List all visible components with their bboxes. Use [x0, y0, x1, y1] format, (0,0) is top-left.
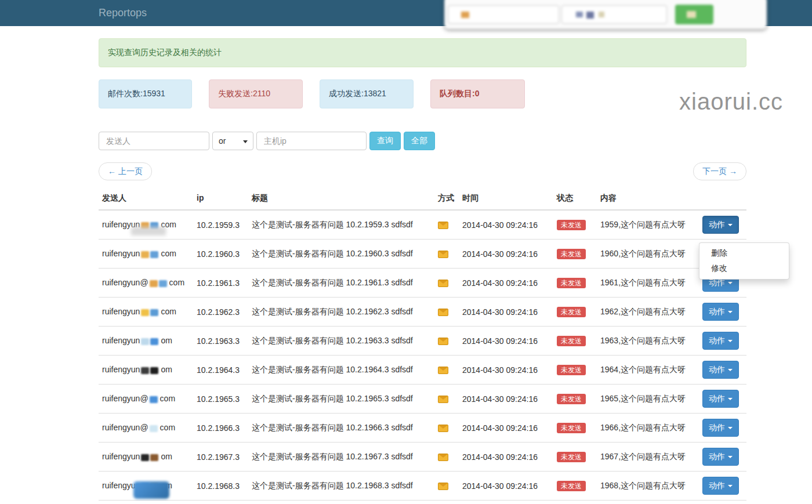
sender-suffix: com	[160, 423, 175, 432]
censor-patches	[141, 365, 160, 375]
blurred-screenshot-overlay	[444, 0, 767, 29]
success-alert: 实现查询历史记录及相关的统计	[99, 38, 746, 67]
status-cell: 未发送	[553, 249, 597, 259]
caret-icon	[728, 224, 733, 226]
table-row: ruifengyun@com 10.2.1965.3 这个是测试-服务器有问题 …	[99, 385, 746, 414]
time-cell: 2014-04-30 09:24:16	[459, 452, 553, 462]
blurred-thumbnail	[586, 12, 594, 19]
method-cell	[434, 336, 459, 346]
content-cell: 1964,这个问题有点大呀	[597, 365, 699, 375]
content-cell: 1961,这个问题有点大呀	[597, 278, 699, 288]
ip-cell: 10.2.1963.3	[193, 336, 248, 346]
action-button[interactable]: 动作	[702, 448, 739, 466]
action-button-label: 动作	[709, 481, 725, 491]
table-header: 发送人 ip 标题 方式 时间 状态 内容	[99, 188, 746, 211]
action-cell: 动作	[699, 419, 746, 437]
header-status: 状态	[553, 193, 597, 204]
action-button[interactable]: 动作	[702, 361, 739, 379]
method-cell	[434, 423, 459, 433]
sender-cell: ruifengyunom	[99, 452, 193, 462]
brand-logo[interactable]: Reportops	[99, 0, 147, 26]
sender-cell: ruifengyunom	[99, 336, 193, 346]
status-badge: 未发送	[557, 481, 586, 491]
censored-text	[150, 367, 158, 374]
action-cell: 动作	[699, 332, 746, 350]
time-cell: 2014-04-30 09:24:16	[459, 278, 553, 288]
method-cell	[434, 278, 459, 288]
status-badge: 未发送	[557, 249, 586, 259]
censor-patches	[150, 278, 168, 288]
method-cell	[434, 307, 459, 317]
caret-icon	[728, 456, 733, 458]
table-row: ruifengyuncom 10.2.1960.3 这个是测试-服务器有问题 1…	[99, 240, 746, 269]
table-row: ruifengyuncom 10.2.1962.3 这个是测试-服务器有问题 1…	[99, 298, 746, 327]
caret-icon	[728, 369, 733, 371]
censor-blob	[133, 481, 169, 499]
stat-failed-count: 失败发送:2110	[209, 79, 303, 108]
action-button[interactable]: 动作	[702, 332, 739, 350]
sender-prefix: ruifengyun	[102, 336, 140, 345]
title-cell: 这个是测试-服务器有问题 10.2.1959.3 sdfsdf	[248, 220, 434, 230]
action-cell: 动作	[699, 477, 746, 495]
censored-text	[159, 280, 167, 287]
censored-text	[141, 367, 149, 374]
content-cell: 1963,这个问题有点大呀	[597, 336, 699, 346]
status-cell: 未发送	[553, 423, 597, 433]
action-button[interactable]: 动作	[702, 419, 739, 437]
title-cell: 这个是测试-服务器有问题 10.2.1960.3 sdfsdf	[248, 249, 434, 259]
ip-cell: 10.2.1959.3	[193, 220, 248, 230]
censor-patches	[141, 336, 160, 346]
status-badge: 未发送	[557, 220, 586, 230]
content-cell: 1959,这个问题有点大呀	[597, 220, 699, 230]
dropdown-item-1[interactable]: 修改	[699, 261, 789, 276]
all-button[interactable]: 全部	[404, 132, 435, 150]
prev-page-button[interactable]: ← 上一页	[99, 162, 152, 180]
query-button[interactable]: 查询	[369, 132, 401, 150]
chevron-down-icon	[243, 140, 248, 143]
method-cell	[434, 452, 459, 462]
title-cell: 这个是测试-服务器有问题 10.2.1965.3 sdfsdf	[248, 394, 434, 404]
sender-cell: ruifengyunom	[99, 365, 193, 375]
content-cell: 1962,这个问题有点大呀	[597, 307, 699, 317]
blurred-thumbnail	[576, 12, 583, 17]
action-button[interactable]: 动作	[702, 216, 739, 234]
sender-prefix: ruifengyun@	[102, 394, 148, 403]
action-button-label: 动作	[709, 220, 725, 230]
ip-cell: 10.2.1961.3	[193, 278, 248, 288]
header-action	[699, 193, 746, 204]
caret-icon	[728, 427, 733, 429]
title-cell: 这个是测试-服务器有问题 10.2.1966.3 sdfsdf	[248, 423, 434, 433]
ip-cell: 10.2.1960.3	[193, 249, 248, 259]
content-cell: 1967,这个问题有点大呀	[597, 452, 699, 462]
time-cell: 2014-04-30 09:24:16	[459, 307, 553, 317]
status-cell: 未发送	[553, 452, 597, 462]
header-time: 时间	[459, 193, 553, 204]
action-cell: 动作	[699, 303, 746, 321]
action-cell: 动作	[699, 448, 746, 466]
method-cell	[434, 249, 459, 259]
status-cell: 未发送	[553, 278, 597, 288]
action-button-label: 动作	[709, 394, 725, 404]
mail-table: 发送人 ip 标题 方式 时间 状态 内容 ruifengyuncom 10.2…	[99, 188, 746, 501]
time-cell: 2014-04-30 09:24:16	[459, 394, 553, 404]
ip-cell: 10.2.1966.3	[193, 423, 248, 433]
sender-prefix: ruifengyun	[102, 307, 140, 316]
sender-prefix: ruifengyun	[102, 452, 140, 461]
status-cell: 未发送	[553, 365, 597, 375]
operator-select[interactable]: or	[212, 132, 253, 150]
censored-text	[150, 309, 158, 316]
sender-suffix: com	[161, 307, 176, 316]
next-page-button[interactable]: 下一页 →	[693, 162, 746, 180]
dropdown-item-0[interactable]: 删除	[699, 246, 789, 261]
sender-input[interactable]	[99, 132, 209, 150]
sender-prefix: ruifengyun	[102, 249, 140, 258]
status-badge: 未发送	[557, 423, 586, 433]
action-button[interactable]: 动作	[702, 303, 739, 321]
action-cell: 动作 删除修改	[699, 216, 746, 234]
sender-cell: ruifengyuncom	[99, 307, 193, 317]
time-cell: 2014-04-30 09:24:16	[459, 365, 553, 375]
host-ip-input[interactable]	[256, 132, 367, 150]
method-cell	[434, 481, 459, 491]
action-button[interactable]: 动作	[702, 390, 739, 408]
action-button[interactable]: 动作	[702, 477, 739, 495]
